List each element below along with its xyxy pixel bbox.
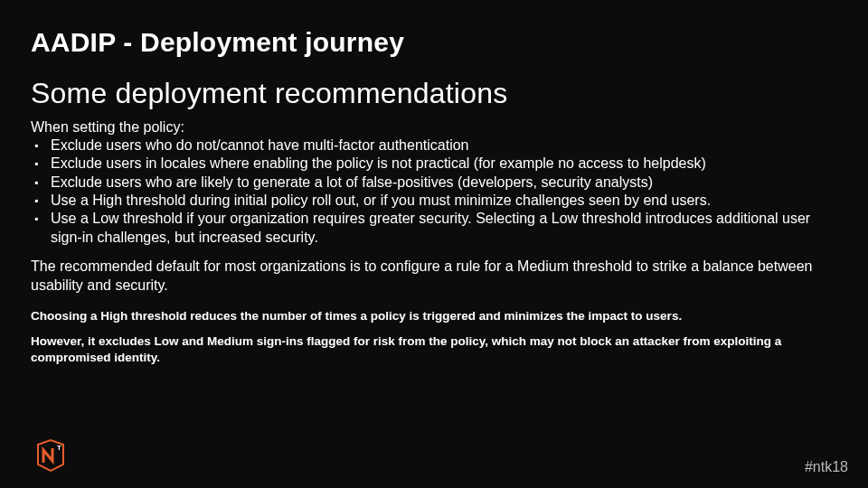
hashtag: #ntk18: [805, 459, 848, 475]
bullet-list: Exclude users who do not/cannot have mul…: [31, 136, 837, 248]
lead-text: When setting the policy:: [31, 118, 837, 136]
list-item: Use a Low threshold if your organization…: [31, 210, 837, 247]
slide: AADIP - Deployment journey Some deployme…: [0, 0, 868, 488]
slide-subtitle: Some deployment recommendations: [31, 79, 837, 109]
nt-logo-icon: T: [33, 437, 69, 474]
list-item: Exclude users in locales where enabling …: [31, 155, 837, 173]
svg-text:T: T: [57, 444, 61, 452]
list-item: Exclude users who are likely to generate…: [31, 174, 837, 192]
slide-title: AADIP - Deployment journey: [31, 27, 837, 57]
paragraph-high-threshold: Choosing a High threshold reduces the nu…: [31, 308, 837, 324]
list-item: Use a High threshold during initial poli…: [31, 192, 837, 210]
list-item: Exclude users who do not/cannot have mul…: [31, 136, 837, 155]
paragraph-however: However, it excludes Low and Medium sign…: [31, 333, 837, 366]
paragraph-recommended-default: The recommended default for most organiz…: [31, 258, 837, 296]
